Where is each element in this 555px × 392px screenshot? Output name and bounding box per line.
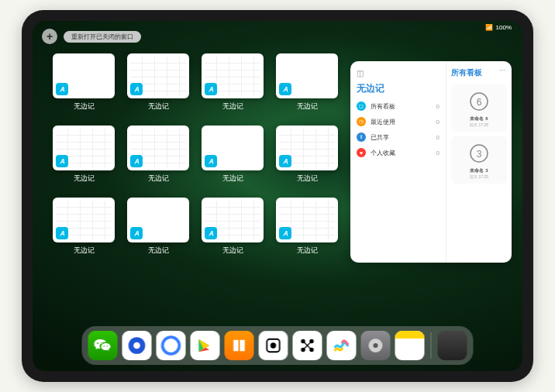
item-count: 0 [436, 150, 440, 156]
thumbnail-preview: 𝘈 [202, 126, 264, 170]
thumbnail-preview: 𝘈 [53, 53, 115, 98]
sidebar-item-label: 已共享 [371, 133, 389, 142]
freeform-icon[interactable] [327, 331, 357, 360]
battery-indicator: 100% [496, 24, 512, 31]
sidebar-item[interactable]: ⇪已共享0 [357, 132, 440, 142]
dice-app-icon[interactable] [259, 331, 288, 360]
item-count: 0 [436, 134, 440, 141]
dock-separator [431, 332, 432, 359]
sidebar-item-label: 所有看板 [371, 102, 395, 111]
svg-text:6: 6 [477, 97, 482, 108]
board-card[interactable]: 3未命名 3前天 17:25 [451, 136, 507, 184]
books-icon[interactable] [225, 331, 254, 360]
thumbnail-label: 无边记 [74, 174, 95, 184]
thumbnail-preview: 𝘈 [53, 198, 115, 242]
settings-icon[interactable] [361, 331, 391, 360]
app-badge-icon: 𝘈 [279, 227, 291, 239]
app-library-icon[interactable] [438, 331, 467, 360]
sidebar-toggle-icon[interactable]: ◫ [357, 69, 364, 77]
board-sketch-icon: 3 [464, 141, 495, 166]
category-icon: ◻ [357, 101, 366, 111]
thumbnail-preview: 𝘈 [127, 53, 189, 98]
tencent-video-icon[interactable] [122, 331, 152, 360]
thumbnail-preview: 𝘈 [202, 198, 264, 242]
window-thumbnail[interactable]: 𝘈无边记 [127, 53, 189, 112]
app-badge-icon: 𝘈 [130, 83, 143, 95]
app-badge-icon: 𝘈 [56, 83, 68, 95]
app-badge-icon: 𝘈 [205, 155, 217, 167]
sidebar-item[interactable]: ◻所有看板0 [357, 101, 440, 111]
window-thumbnail[interactable]: 𝘈无边记 [53, 53, 115, 112]
board-name: 未命名 6 [456, 115, 502, 122]
category-icon: ♥ [357, 148, 366, 157]
thumbnail-label: 无边记 [148, 174, 169, 184]
category-icon: ⇪ [357, 132, 366, 142]
thumbnail-preview: 𝘈 [202, 53, 264, 98]
window-thumbnail[interactable]: 𝘈无边记 [276, 126, 338, 184]
thumbnail-label: 无边记 [297, 101, 318, 112]
board-date: 前天 17:25 [456, 122, 502, 127]
board-date: 前天 17:25 [456, 174, 502, 179]
thumbnail-preview: 𝘈 [276, 198, 338, 242]
window-thumbnail[interactable]: 𝘈无边记 [202, 53, 264, 112]
quark-icon[interactable] [157, 331, 186, 360]
window-thumbnail-grid: 𝘈无边记𝘈无边记𝘈无边记𝘈无边记𝘈无边记𝘈无边记𝘈无边记𝘈无边记𝘈无边记𝘈无边记… [53, 53, 338, 256]
board-name: 未命名 3 [456, 167, 502, 174]
panel-title: 无边记 [357, 82, 440, 95]
app-badge-icon: 𝘈 [130, 227, 143, 239]
sidebar-item-label: 个人收藏 [371, 149, 395, 157]
window-thumbnail[interactable]: 𝘈无边记 [202, 126, 264, 184]
wechat-icon[interactable] [88, 331, 118, 360]
top-controls: + 重新打开已关闭的窗口 [42, 29, 141, 44]
window-thumbnail[interactable]: 𝘈无边记 [53, 126, 115, 184]
thumbnail-preview: 𝘈 [127, 126, 189, 170]
svg-point-14 [374, 343, 378, 348]
item-count: 0 [436, 119, 440, 126]
notes-icon[interactable] [395, 331, 425, 360]
item-count: 0 [436, 103, 440, 110]
sidebar-item[interactable]: ◷最近使用0 [357, 117, 440, 126]
thumbnail-label: 无边记 [222, 174, 243, 184]
panel-sidebar: ◫ 无边记 ◻所有看板0◷最近使用0⇪已共享0♥个人收藏0 [350, 61, 446, 263]
thumbnail-label: 无边记 [222, 101, 243, 112]
freeform-panel[interactable]: ··· ◫ 无边记 ◻所有看板0◷最近使用0⇪已共享0♥个人收藏0 所有看板 6… [350, 61, 512, 263]
window-thumbnail[interactable]: 𝘈无边记 [127, 198, 189, 256]
window-thumbnail[interactable]: 𝘈无边记 [276, 198, 338, 256]
signal-icon: 📶 [485, 24, 493, 31]
thumbnail-label: 无边记 [148, 101, 169, 112]
panel-content: 所有看板 6未命名 6前天 17:253未命名 3前天 17:25 [446, 61, 512, 263]
thumbnail-label: 无边记 [297, 174, 318, 184]
sidebar-item[interactable]: ♥个人收藏0 [357, 148, 440, 157]
thumbnail-label: 无边记 [148, 246, 169, 256]
app-badge-icon: 𝘈 [279, 83, 291, 95]
svg-point-6 [163, 337, 180, 354]
thumbnail-label: 无边记 [74, 101, 95, 112]
svg-text:3: 3 [477, 149, 482, 160]
thumbnail-preview: 𝘈 [276, 126, 338, 170]
board-sketch-icon: 6 [464, 89, 495, 114]
add-window-button[interactable]: + [42, 29, 57, 44]
category-icon: ◷ [357, 117, 366, 126]
board-card[interactable]: 6未命名 6前天 17:25 [451, 84, 507, 132]
thumbnail-preview: 𝘈 [53, 126, 115, 170]
app-badge-icon: 𝘈 [279, 155, 291, 167]
dock [82, 326, 474, 365]
thumbnail-label: 无边记 [222, 246, 243, 256]
more-icon[interactable]: ··· [499, 66, 505, 74]
aliyun-icon[interactable] [191, 331, 220, 360]
app-badge-icon: 𝘈 [56, 227, 68, 239]
window-thumbnail[interactable]: 𝘈无边记 [276, 53, 338, 112]
reopen-closed-window-button[interactable]: 重新打开已关闭的窗口 [64, 31, 141, 43]
app-badge-icon: 𝘈 [205, 227, 217, 239]
app-badge-icon: 𝘈 [205, 83, 217, 95]
window-thumbnail[interactable]: 𝘈无边记 [127, 126, 189, 184]
window-thumbnail[interactable]: 𝘈无边记 [53, 198, 115, 256]
thumbnail-label: 无边记 [297, 246, 318, 256]
thumbnail-label: 无边记 [74, 246, 95, 256]
connect-icon[interactable] [293, 331, 322, 360]
app-badge-icon: 𝘈 [56, 155, 68, 167]
app-badge-icon: 𝘈 [130, 155, 143, 167]
thumbnail-preview: 𝘈 [127, 198, 189, 242]
window-thumbnail[interactable]: 𝘈无边记 [202, 198, 264, 256]
status-bar: 📶 100% [485, 24, 512, 31]
